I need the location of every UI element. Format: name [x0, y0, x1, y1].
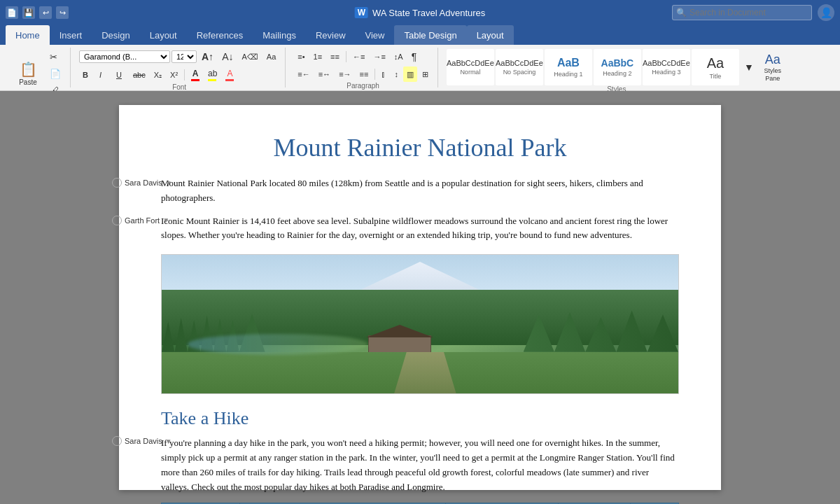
bold-button[interactable]: B — [79, 67, 94, 83]
document-container: Mount Rainier National Park Sara Davis ▼… — [0, 91, 840, 504]
style-normal-preview: AaBbCcDdEe — [447, 59, 494, 67]
paste-icon: 📋 — [20, 61, 37, 78]
sara-davis-hike-circle — [112, 436, 122, 446]
line-spacing-button[interactable]: ↕ — [391, 66, 402, 82]
styles-pane-icon: Aa — [765, 52, 780, 67]
style-heading3-label: Heading 3 — [652, 69, 680, 76]
change-case-button[interactable]: Aa — [263, 49, 279, 64]
bullets-button[interactable]: ≡• — [294, 49, 308, 64]
tab-view[interactable]: View — [356, 25, 395, 45]
paste-button[interactable]: 📋 Paste — [11, 55, 45, 92]
shading-button[interactable]: ▥ — [403, 66, 417, 82]
sara-davis-hike-name: Sara Davis — [125, 437, 162, 445]
paragraph-group: ≡• 1≡ ≡≡ ←≡ →≡ ↕A ¶ ≡← ≡↔ ≡→ ≡≡ ⫿ ↕ ▥ ⊞ — [288, 48, 438, 88]
tab-home[interactable]: Home — [6, 25, 50, 45]
undo-icon[interactable]: ↩ — [39, 6, 52, 19]
sara-davis-hike-comment[interactable]: Sara Davis ▼ — [112, 436, 172, 446]
increase-font-button[interactable]: A↑ — [198, 49, 217, 64]
tab-layout[interactable]: Layout — [140, 25, 187, 45]
title-bar-controls[interactable]: 📄 💾 ↩ ↪ — [6, 6, 69, 19]
border-button[interactable]: ⊞ — [419, 66, 432, 82]
search-input[interactable] — [672, 5, 812, 20]
page-icon: 📄 — [6, 6, 18, 19]
styles-group: AaBbCcDdEe Normal AaBbCcDdEe No Spacing … — [441, 48, 792, 88]
garth-fort-name: Garth Fort — [125, 216, 160, 225]
style-title[interactable]: Aa Title — [692, 49, 739, 85]
style-no-spacing[interactable]: AaBbCcDdEe No Spacing — [496, 49, 543, 85]
sort-button[interactable]: ↕A — [391, 49, 407, 64]
paragraph1-text[interactable]: Mount Rainier National Park located 80 m… — [161, 176, 679, 206]
save-icon[interactable]: 💾 — [22, 6, 35, 19]
search-wrapper[interactable]: 🔍 — [672, 5, 812, 20]
styles-pane-button[interactable]: Aa StylesPane — [759, 49, 787, 85]
font-color-button[interactable]: A — [188, 66, 203, 83]
style-heading3-preview: AaBbCcDdEe — [643, 59, 690, 67]
justify-button[interactable]: ≡≡ — [356, 66, 372, 82]
tab-design[interactable]: Design — [92, 25, 139, 45]
font-group: Garamond (B... 12 A↑ A↓ A⌫ Aa B I U abc … — [74, 48, 286, 88]
italic-button[interactable]: I — [96, 67, 111, 83]
redo-icon[interactable]: ↪ — [56, 6, 69, 19]
sara-davis-circle — [112, 178, 122, 188]
title-bar: 📄 💾 ↩ ↪ W WA State Travel Adventures 🔍 👤 — [0, 0, 840, 25]
underline-button[interactable]: U — [113, 67, 128, 83]
user-icon[interactable]: 👤 — [818, 4, 834, 21]
sara-davis-hike-arrow: ▼ — [165, 438, 172, 445]
font-name-select[interactable]: Garamond (B... — [79, 50, 170, 63]
sara-davis-comment[interactable]: Sara Davis ▼ — [112, 178, 172, 188]
text-color-button[interactable]: A — [222, 66, 237, 83]
style-heading1-preview: AaB — [557, 57, 580, 69]
document-page: Mount Rainier National Park Sara Davis ▼… — [119, 105, 721, 490]
show-formatting-button[interactable]: ¶ — [408, 49, 421, 64]
copy-button[interactable]: 📄 — [46, 66, 64, 81]
word-icon: W — [355, 7, 368, 18]
columns-button[interactable]: ⫿ — [378, 66, 389, 82]
styles-gallery: AaBbCcDdEe Normal AaBbCcDdEe No Spacing … — [447, 49, 757, 85]
document-title: W WA State Travel Adventures — [355, 7, 486, 18]
paste-label: Paste — [19, 78, 37, 86]
tab-mailings[interactable]: Mailings — [253, 25, 306, 45]
style-heading2[interactable]: AaBbC Heading 2 — [594, 49, 641, 85]
style-title-label: Title — [710, 73, 722, 80]
decrease-font-button[interactable]: A↓ — [218, 49, 237, 64]
font-label: Font — [172, 83, 186, 91]
paragraph2-text[interactable]: Iconic Mount Rainier is 14,410 feet abov… — [161, 214, 679, 244]
align-center-button[interactable]: ≡↔ — [315, 66, 334, 82]
increase-indent-button[interactable]: →≡ — [370, 49, 388, 64]
style-no-spacing-label: No Spacing — [503, 69, 536, 76]
subscript-button[interactable]: X₂ — [150, 67, 165, 83]
scenic-image — [161, 254, 679, 394]
document-title-heading[interactable]: Mount Rainier National Park — [161, 133, 679, 162]
tab-references[interactable]: References — [187, 25, 253, 45]
style-title-preview: Aa — [707, 55, 724, 71]
hike-paragraph-text[interactable]: If you're planning a day hike in the par… — [161, 436, 679, 494]
style-normal-label: Normal — [460, 69, 480, 76]
align-right-button[interactable]: ≡→ — [335, 66, 354, 82]
style-heading3[interactable]: AaBbCcDdEe Heading 3 — [643, 49, 690, 85]
clear-formatting-button[interactable]: A⌫ — [238, 49, 261, 64]
style-normal[interactable]: AaBbCcDdEe Normal — [447, 49, 494, 85]
garth-fort-circle — [112, 216, 122, 225]
paragraph-label: Paragraph — [346, 82, 379, 90]
clipboard-group: 📋 Paste ✂ 📄 🖌 Clipboard — [6, 48, 71, 88]
tab-layout2[interactable]: Layout — [467, 25, 514, 45]
tab-table-design[interactable]: Table Design — [394, 25, 466, 45]
style-heading2-preview: AaBbC — [601, 57, 634, 69]
style-heading1[interactable]: AaB Heading 1 — [545, 49, 592, 85]
tab-review[interactable]: Review — [306, 25, 356, 45]
cut-button[interactable]: ✂ — [46, 49, 64, 64]
garth-fort-comment[interactable]: Garth Fort ▼ — [112, 216, 169, 225]
multilevel-list-button[interactable]: ≡≡ — [327, 49, 343, 64]
highlight-button[interactable]: ab — [204, 66, 220, 83]
more-styles-button[interactable]: ▼ — [741, 59, 757, 75]
tab-insert[interactable]: Insert — [50, 25, 92, 45]
paragraph2-section: Garth Fort ▼ Iconic Mount Rainier is 14,… — [161, 214, 679, 244]
superscript-button[interactable]: X² — [167, 67, 181, 83]
strikethrough-button[interactable]: abc — [130, 67, 149, 83]
numbering-button[interactable]: 1≡ — [310, 49, 326, 64]
font-size-select[interactable]: 12 — [172, 50, 197, 63]
align-left-button[interactable]: ≡← — [294, 66, 313, 82]
decrease-indent-button[interactable]: ←≡ — [349, 49, 368, 64]
title-text: WA State Travel Adventures — [372, 8, 485, 18]
hike-heading[interactable]: Take a Hike — [161, 408, 679, 429]
